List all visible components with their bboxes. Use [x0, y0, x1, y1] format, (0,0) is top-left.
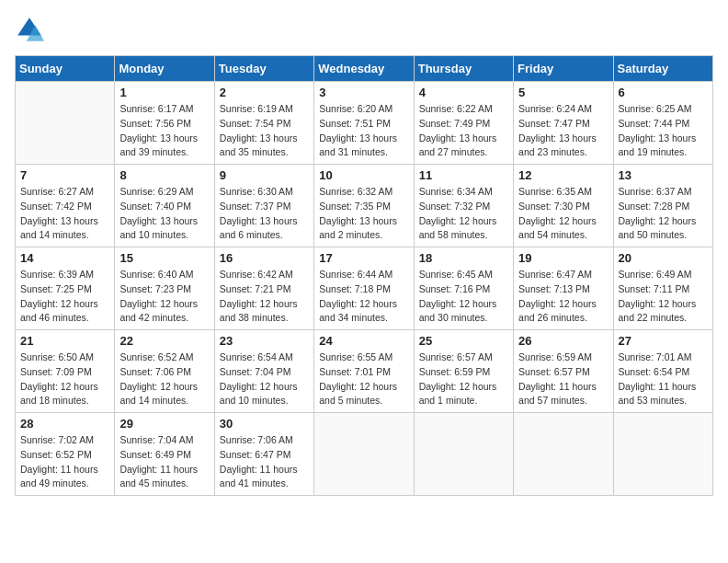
day-number: 9 [220, 168, 309, 182]
calendar-cell: 24Sunrise: 6:55 AMSunset: 7:01 PMDayligh… [314, 330, 414, 413]
weekday-header-tuesday: Tuesday [214, 56, 313, 82]
day-info: Sunrise: 6:39 AMSunset: 7:25 PMDaylight:… [20, 268, 109, 326]
day-info: Sunrise: 6:32 AMSunset: 7:35 PMDaylight:… [319, 185, 408, 243]
calendar-cell: 5Sunrise: 6:24 AMSunset: 7:47 PMDaylight… [514, 82, 613, 165]
weekday-header-friday: Friday [514, 56, 613, 82]
day-info: Sunrise: 6:49 AMSunset: 7:11 PMDaylight:… [619, 268, 708, 326]
calendar-week-3: 14Sunrise: 6:39 AMSunset: 7:25 PMDayligh… [16, 247, 713, 330]
calendar-cell: 10Sunrise: 6:32 AMSunset: 7:35 PMDayligh… [314, 165, 414, 247]
logo [15, 15, 48, 44]
day-number: 15 [119, 251, 209, 265]
day-number: 7 [20, 168, 109, 182]
day-info: Sunrise: 6:42 AMSunset: 7:21 PMDaylight:… [220, 268, 309, 326]
calendar-cell: 8Sunrise: 6:29 AMSunset: 7:40 PMDaylight… [115, 165, 214, 247]
calendar-week-5: 28Sunrise: 7:02 AMSunset: 6:52 PMDayligh… [16, 413, 713, 496]
day-number: 13 [619, 168, 708, 182]
weekday-header-thursday: Thursday [414, 56, 513, 82]
day-number: 29 [119, 417, 209, 431]
day-number: 10 [319, 168, 408, 182]
day-info: Sunrise: 6:27 AMSunset: 7:42 PMDaylight:… [20, 185, 109, 243]
day-number: 16 [220, 251, 309, 265]
day-info: Sunrise: 6:34 AMSunset: 7:32 PMDaylight:… [419, 185, 508, 243]
day-number: 5 [518, 86, 608, 99]
day-info: Sunrise: 6:50 AMSunset: 7:09 PMDaylight:… [20, 350, 109, 408]
day-info: Sunrise: 6:52 AMSunset: 7:06 PMDaylight:… [119, 350, 209, 408]
logo-icon [15, 15, 44, 44]
calendar-cell: 3Sunrise: 6:20 AMSunset: 7:51 PMDaylight… [314, 82, 414, 165]
calendar-cell: 1Sunrise: 6:17 AMSunset: 7:56 PMDaylight… [115, 82, 214, 165]
calendar-cell: 17Sunrise: 6:44 AMSunset: 7:18 PMDayligh… [314, 247, 414, 330]
calendar-cell: 23Sunrise: 6:54 AMSunset: 7:04 PMDayligh… [214, 330, 313, 413]
day-number: 26 [518, 334, 608, 348]
calendar-cell: 21Sunrise: 6:50 AMSunset: 7:09 PMDayligh… [16, 330, 115, 413]
calendar-body: 1Sunrise: 6:17 AMSunset: 7:56 PMDaylight… [16, 82, 713, 496]
day-info: Sunrise: 6:22 AMSunset: 7:49 PMDaylight:… [419, 102, 508, 160]
calendar-cell [414, 413, 513, 496]
day-number: 17 [319, 251, 408, 265]
day-info: Sunrise: 6:24 AMSunset: 7:47 PMDaylight:… [518, 102, 608, 160]
weekday-header-monday: Monday [115, 56, 214, 82]
day-number: 30 [220, 417, 309, 431]
day-number: 18 [419, 251, 508, 265]
calendar-cell: 19Sunrise: 6:47 AMSunset: 7:13 PMDayligh… [514, 247, 613, 330]
calendar-cell: 25Sunrise: 6:57 AMSunset: 6:59 PMDayligh… [414, 330, 513, 413]
day-info: Sunrise: 6:35 AMSunset: 7:30 PMDaylight:… [518, 185, 608, 243]
day-info: Sunrise: 7:06 AMSunset: 6:47 PMDaylight:… [220, 433, 309, 491]
calendar-cell: 7Sunrise: 6:27 AMSunset: 7:42 PMDaylight… [16, 165, 115, 247]
day-number: 14 [20, 251, 109, 265]
day-info: Sunrise: 6:55 AMSunset: 7:01 PMDaylight:… [319, 350, 408, 408]
calendar-header: SundayMondayTuesdayWednesdayThursdayFrid… [16, 56, 713, 82]
weekday-header-saturday: Saturday [613, 56, 712, 82]
day-number: 24 [319, 334, 408, 348]
day-number: 2 [220, 86, 309, 99]
calendar-cell: 12Sunrise: 6:35 AMSunset: 7:30 PMDayligh… [514, 165, 613, 247]
day-number: 19 [518, 251, 608, 265]
day-info: Sunrise: 7:02 AMSunset: 6:52 PMDaylight:… [20, 433, 109, 491]
day-info: Sunrise: 6:37 AMSunset: 7:28 PMDaylight:… [619, 185, 708, 243]
weekday-header-wednesday: Wednesday [314, 56, 414, 82]
calendar-cell [613, 413, 712, 496]
day-number: 27 [619, 334, 708, 348]
calendar-cell: 22Sunrise: 6:52 AMSunset: 7:06 PMDayligh… [115, 330, 214, 413]
day-info: Sunrise: 6:19 AMSunset: 7:54 PMDaylight:… [220, 102, 309, 160]
weekday-header-row: SundayMondayTuesdayWednesdayThursdayFrid… [16, 56, 713, 82]
day-number: 1 [119, 86, 209, 99]
day-info: Sunrise: 6:29 AMSunset: 7:40 PMDaylight:… [119, 185, 209, 243]
day-number: 12 [518, 168, 608, 182]
day-number: 20 [619, 251, 708, 265]
calendar-cell: 6Sunrise: 6:25 AMSunset: 7:44 PMDaylight… [613, 82, 712, 165]
day-info: Sunrise: 6:59 AMSunset: 6:57 PMDaylight:… [518, 350, 608, 408]
day-number: 23 [220, 334, 309, 348]
calendar-cell: 13Sunrise: 6:37 AMSunset: 7:28 PMDayligh… [613, 165, 712, 247]
calendar-cell: 26Sunrise: 6:59 AMSunset: 6:57 PMDayligh… [514, 330, 613, 413]
calendar-table: SundayMondayTuesdayWednesdayThursdayFrid… [15, 55, 713, 496]
day-number: 28 [20, 417, 109, 431]
calendar-cell: 11Sunrise: 6:34 AMSunset: 7:32 PMDayligh… [414, 165, 513, 247]
day-number: 4 [419, 86, 508, 99]
calendar-week-1: 1Sunrise: 6:17 AMSunset: 7:56 PMDaylight… [16, 82, 713, 165]
calendar-cell: 4Sunrise: 6:22 AMSunset: 7:49 PMDaylight… [414, 82, 513, 165]
calendar-cell: 15Sunrise: 6:40 AMSunset: 7:23 PMDayligh… [115, 247, 214, 330]
day-number: 6 [619, 86, 708, 99]
calendar-cell: 30Sunrise: 7:06 AMSunset: 6:47 PMDayligh… [214, 413, 313, 496]
day-info: Sunrise: 6:47 AMSunset: 7:13 PMDaylight:… [518, 268, 608, 326]
calendar-cell: 16Sunrise: 6:42 AMSunset: 7:21 PMDayligh… [214, 247, 313, 330]
calendar-week-2: 7Sunrise: 6:27 AMSunset: 7:42 PMDaylight… [16, 165, 713, 247]
calendar-cell: 29Sunrise: 7:04 AMSunset: 6:49 PMDayligh… [115, 413, 214, 496]
day-info: Sunrise: 7:01 AMSunset: 6:54 PMDaylight:… [619, 350, 708, 408]
calendar-cell: 2Sunrise: 6:19 AMSunset: 7:54 PMDaylight… [214, 82, 313, 165]
calendar-cell: 18Sunrise: 6:45 AMSunset: 7:16 PMDayligh… [414, 247, 513, 330]
calendar-cell [16, 82, 115, 165]
calendar-cell: 14Sunrise: 6:39 AMSunset: 7:25 PMDayligh… [16, 247, 115, 330]
day-info: Sunrise: 6:45 AMSunset: 7:16 PMDaylight:… [419, 268, 508, 326]
day-info: Sunrise: 6:17 AMSunset: 7:56 PMDaylight:… [119, 102, 209, 160]
day-info: Sunrise: 6:20 AMSunset: 7:51 PMDaylight:… [319, 102, 408, 160]
day-number: 21 [20, 334, 109, 348]
calendar-week-4: 21Sunrise: 6:50 AMSunset: 7:09 PMDayligh… [16, 330, 713, 413]
day-number: 11 [419, 168, 508, 182]
day-info: Sunrise: 6:54 AMSunset: 7:04 PMDaylight:… [220, 350, 309, 408]
day-info: Sunrise: 7:04 AMSunset: 6:49 PMDaylight:… [119, 433, 209, 491]
calendar-cell: 27Sunrise: 7:01 AMSunset: 6:54 PMDayligh… [613, 330, 712, 413]
day-info: Sunrise: 6:40 AMSunset: 7:23 PMDaylight:… [119, 268, 209, 326]
calendar-cell: 28Sunrise: 7:02 AMSunset: 6:52 PMDayligh… [16, 413, 115, 496]
